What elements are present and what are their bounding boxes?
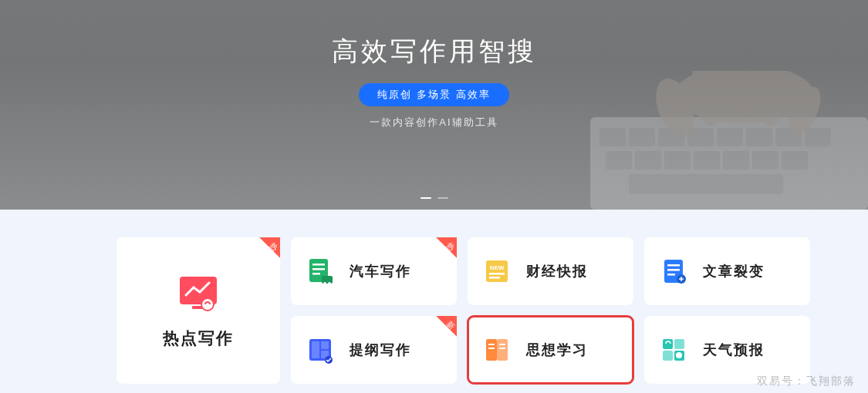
svg-rect-14 bbox=[752, 151, 778, 170]
svg-point-31 bbox=[323, 282, 326, 285]
svg-rect-10 bbox=[635, 151, 661, 170]
svg-rect-55 bbox=[663, 351, 673, 361]
svg-rect-49 bbox=[488, 344, 495, 345]
svg-rect-9 bbox=[606, 151, 632, 170]
svg-rect-48 bbox=[497, 339, 508, 361]
hero-title: 高效写作用智搜 bbox=[0, 34, 868, 69]
svg-rect-28 bbox=[312, 268, 325, 270]
svg-rect-1 bbox=[599, 128, 626, 146]
card-label: 思想学习 bbox=[526, 341, 588, 359]
hero-tagline-pill: 纯原创 多场景 高效率 bbox=[359, 83, 508, 106]
card-label: 汽车写作 bbox=[350, 262, 411, 280]
card-finance-news[interactable]: NEW 财经快报 bbox=[468, 237, 633, 305]
card-title: 热点写作 bbox=[163, 328, 234, 349]
hero-banner: 高效写作用智搜 纯原创 多场景 高效率 一款内容创作AI辅助工具 bbox=[0, 0, 868, 210]
svg-rect-47 bbox=[486, 339, 497, 361]
svg-rect-8 bbox=[805, 128, 831, 146]
new-badge: 新 bbox=[427, 316, 457, 345]
svg-rect-50 bbox=[488, 348, 495, 349]
tools-grid: 热 热点写作 热 bbox=[117, 237, 810, 384]
svg-rect-5 bbox=[717, 128, 743, 146]
svg-text:NEW: NEW bbox=[490, 264, 505, 271]
svg-rect-11 bbox=[664, 151, 691, 170]
carousel-dot-2[interactable] bbox=[437, 197, 448, 199]
svg-rect-54 bbox=[674, 339, 684, 349]
book-icon bbox=[481, 334, 512, 365]
document-icon bbox=[658, 256, 689, 287]
card-weather-forecast[interactable]: 天气预报 bbox=[644, 316, 810, 384]
card-thought-study[interactable]: 思想学习 bbox=[468, 316, 633, 384]
svg-point-57 bbox=[676, 352, 682, 358]
chart-trend-icon bbox=[177, 272, 220, 315]
svg-rect-36 bbox=[489, 277, 500, 279]
carousel-dots[interactable] bbox=[420, 197, 448, 199]
svg-rect-30 bbox=[322, 276, 333, 284]
svg-rect-51 bbox=[499, 344, 505, 345]
svg-rect-16 bbox=[629, 174, 783, 194]
svg-point-32 bbox=[328, 282, 331, 285]
svg-rect-39 bbox=[667, 269, 680, 271]
card-label: 天气预报 bbox=[703, 341, 765, 359]
svg-rect-53 bbox=[663, 339, 673, 349]
card-label: 财经快报 bbox=[526, 262, 588, 280]
svg-point-25 bbox=[201, 298, 214, 311]
svg-rect-15 bbox=[782, 151, 808, 170]
svg-rect-52 bbox=[499, 348, 505, 349]
card-outline-writing[interactable]: 新 提纲写作 bbox=[291, 316, 457, 384]
card-car-writing[interactable]: 热 汽车写作 bbox=[291, 237, 457, 305]
card-label: 文章裂变 bbox=[703, 262, 765, 280]
hero-subtitle: 一款内容创作AI辅助工具 bbox=[0, 116, 868, 129]
svg-rect-35 bbox=[489, 273, 505, 275]
card-label: 提纲写作 bbox=[350, 341, 411, 359]
document-car-icon bbox=[305, 256, 336, 287]
svg-rect-29 bbox=[312, 273, 320, 275]
card-article-split[interactable]: 文章裂变 bbox=[644, 237, 810, 305]
svg-rect-44 bbox=[321, 341, 329, 349]
svg-rect-27 bbox=[312, 264, 325, 266]
svg-rect-6 bbox=[746, 128, 772, 146]
svg-rect-13 bbox=[723, 151, 749, 170]
layout-grid-icon bbox=[305, 334, 336, 365]
carousel-dot-1[interactable] bbox=[420, 197, 431, 199]
svg-rect-38 bbox=[667, 264, 680, 267]
svg-rect-43 bbox=[312, 341, 319, 358]
hot-badge: 热 bbox=[251, 237, 280, 267]
svg-rect-40 bbox=[667, 274, 675, 276]
hot-badge: 热 bbox=[427, 237, 457, 267]
card-hot-writing[interactable]: 热 热点写作 bbox=[117, 237, 280, 384]
weather-grid-icon bbox=[658, 334, 689, 365]
svg-rect-12 bbox=[694, 151, 720, 170]
svg-rect-2 bbox=[629, 128, 655, 146]
document-new-icon: NEW bbox=[481, 256, 512, 287]
